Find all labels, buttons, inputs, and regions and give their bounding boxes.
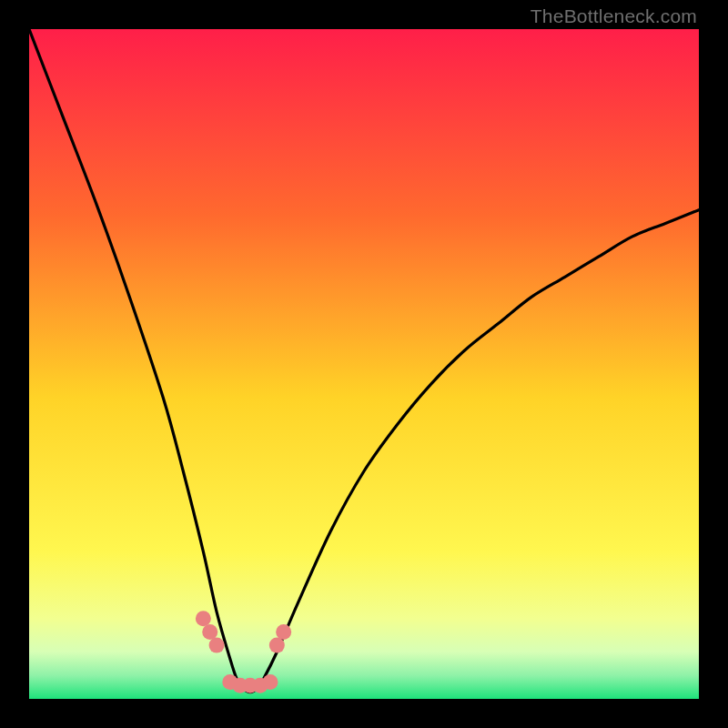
- plot-area: [29, 29, 699, 699]
- marker-dot: [202, 624, 217, 640]
- bottleneck-curve: [29, 29, 699, 693]
- chart-frame: TheBottleneck.com: [0, 0, 728, 728]
- watermark-text: TheBottleneck.com: [531, 5, 697, 27]
- marker-dot: [276, 624, 291, 640]
- marker-dot: [262, 674, 278, 690]
- highlighted-points: [196, 611, 291, 693]
- chart-curve-layer: [29, 29, 699, 699]
- marker-dot: [269, 638, 285, 653]
- marker-dot: [209, 638, 225, 653]
- marker-dot: [196, 611, 211, 626]
